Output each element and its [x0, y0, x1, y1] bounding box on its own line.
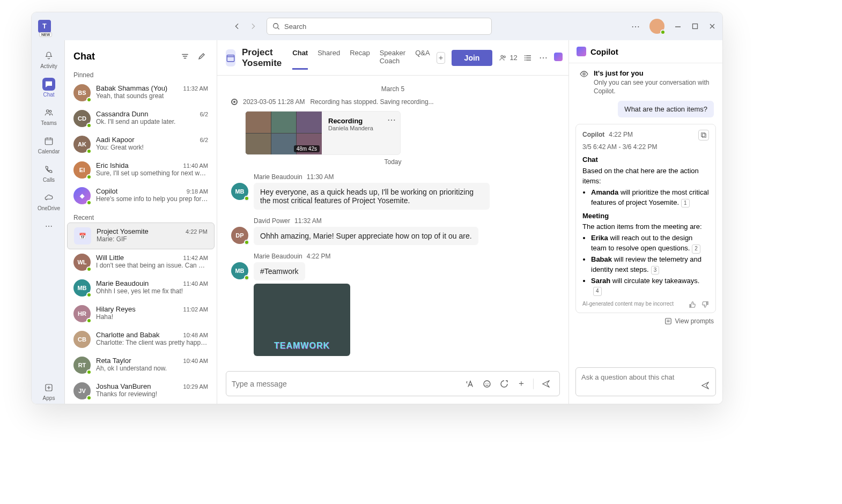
list-view-button[interactable]: [524, 54, 533, 62]
copilot-scroll[interactable]: It's just for you Only you can see your …: [569, 63, 722, 364]
copilot-input[interactable]: [581, 373, 696, 381]
chat-item-time: 11:40 AM: [183, 280, 208, 287]
chat-list-item[interactable]: BSBabak Shammas (You)11:32 AMYeah, that …: [67, 80, 215, 106]
reference-badge[interactable]: 1: [681, 199, 690, 208]
message-author: David Power: [254, 217, 290, 225]
chat-item-name: Charlotte and Babak: [96, 331, 160, 339]
close-button[interactable]: [708, 23, 716, 30]
chat-list-item[interactable]: MBMarie Beaudouin11:40 AMOhhh I see, yes…: [67, 275, 215, 301]
format-button[interactable]: [462, 377, 477, 390]
rail-calendar[interactable]: Calendar: [32, 131, 65, 157]
section-recent: Recent: [65, 211, 217, 223]
chat-list-item[interactable]: WLWill Little11:42 AMI don't see that be…: [67, 249, 215, 275]
actions-button[interactable]: ＋: [514, 376, 529, 391]
emoji-button[interactable]: [479, 377, 494, 390]
back-button[interactable]: [233, 23, 241, 30]
chat-item-name: Aadi Kapoor: [96, 136, 135, 144]
message-author: Marie Beaudouin: [254, 173, 302, 181]
participants-button[interactable]: 12: [499, 54, 517, 62]
message-scroll[interactable]: March 5 2023-03-05 11:28 AM Recording ha…: [217, 76, 568, 366]
rail-calls[interactable]: Calls: [32, 159, 65, 186]
message-bubble: Ohhh amazing, Marie! Super appreciate ho…: [254, 227, 478, 245]
chat-list-item[interactable]: 📅Project Yosemite4:22 PMMarie: GIF: [67, 223, 215, 249]
rail-activity[interactable]: Activity: [32, 46, 65, 72]
chat-list-item[interactable]: CDCassandra Dunn6/2Ok. I'll send an upda…: [67, 106, 215, 131]
chat-list-item[interactable]: AKAadi Kapoor6/2You: Great work!: [67, 131, 215, 157]
loop-button[interactable]: [497, 377, 512, 390]
thumbs-down-button[interactable]: [701, 301, 709, 308]
chat-item-name: Hilary Reyes: [96, 305, 136, 313]
more-options-button[interactable]: ⋯: [539, 53, 548, 63]
svg-point-2: [47, 110, 49, 113]
settings-more-button[interactable]: ⋯: [631, 21, 640, 32]
user-prompt-bubble: What are the action items?: [618, 101, 714, 117]
teams-window: TNEW Search ⋯ Activity: [31, 12, 723, 404]
send-button[interactable]: [538, 377, 554, 391]
copilot-input-box[interactable]: [575, 367, 716, 396]
recording-more-button[interactable]: ⋯: [387, 115, 396, 125]
rail-onedrive[interactable]: OneDrive: [32, 188, 65, 214]
chat-item-name: Marie Beaudouin: [96, 279, 149, 287]
search-box[interactable]: Search: [267, 18, 492, 35]
tab-q-a[interactable]: Q&A: [415, 46, 430, 70]
tab-shared[interactable]: Shared: [317, 46, 340, 70]
chat-list-item[interactable]: HRHilary Reyes11:02 AMHaha!: [67, 301, 215, 327]
svg-point-13: [485, 383, 486, 384]
rail-apps[interactable]: Apps: [32, 377, 65, 404]
record-icon: [231, 99, 238, 105]
rail-label: Calls: [43, 177, 55, 183]
reference-badge[interactable]: 3: [651, 266, 660, 275]
reference-badge[interactable]: 4: [593, 287, 602, 296]
avatar: MB: [73, 279, 91, 297]
chat-item-time: 11:32 AM: [183, 85, 208, 92]
presence-available-icon: [86, 266, 92, 272]
reference-badge[interactable]: 2: [692, 244, 700, 254]
chat-item-time: 10:29 AM: [183, 383, 208, 390]
rail-teams[interactable]: Teams: [32, 102, 65, 129]
chat-item-time: 9:18 AM: [187, 188, 208, 195]
svg-rect-6: [227, 55, 234, 61]
tab-chat[interactable]: Chat: [292, 46, 308, 70]
copilot-toggle-button[interactable]: [554, 53, 563, 63]
join-button[interactable]: Join: [452, 50, 493, 66]
rail-chat[interactable]: Chat: [32, 74, 65, 100]
chat-list-item[interactable]: EIEric Ishida11:40 AMSure, I'll set up s…: [67, 157, 215, 183]
chat-list-item[interactable]: ◆Copilot9:18 AMHere's some info to help …: [67, 183, 215, 209]
message-bubble: Hey everyone, as a quick heads up, I'll …: [254, 183, 490, 210]
thumbs-up-button[interactable]: [689, 301, 696, 308]
presence-available-icon: [86, 318, 92, 323]
chat-item-time: 10:48 AM: [183, 332, 208, 338]
app-rail: Activity Chat Teams Calendar Calls OneDr…: [32, 40, 65, 404]
add-tab-button[interactable]: ＋: [437, 52, 445, 64]
chat-intro: Based on the chat here are the action it…: [582, 166, 709, 187]
rail-more[interactable]: ⋯: [32, 216, 65, 235]
rail-label: Activity: [40, 63, 57, 69]
filter-button[interactable]: [179, 50, 191, 62]
chat-list-title: Chat: [73, 51, 175, 62]
copilot-logo-icon: [577, 47, 586, 56]
compose-box[interactable]: ＋: [226, 371, 560, 396]
maximize-button[interactable]: [691, 23, 699, 30]
new-chat-button[interactable]: [195, 50, 208, 63]
gif-attachment[interactable]: TEAMWORK: [254, 284, 350, 356]
view-prompts-button[interactable]: View prompts: [578, 317, 714, 325]
rail-label: Chat: [43, 92, 54, 98]
copy-button[interactable]: [698, 130, 709, 140]
message-author: Marie Beaudouin: [254, 253, 302, 260]
chat-list-scroll[interactable]: BSBabak Shammas (You)11:32 AMYeah, that …: [65, 80, 217, 404]
chat-list-item[interactable]: RTReta Taylor10:40 AMAh, ok I understand…: [67, 352, 215, 378]
compose-input[interactable]: [232, 380, 460, 388]
chat-list-item[interactable]: JVJoshua VanBuren10:29 AMThanks for revi…: [67, 378, 215, 404]
tab-recap[interactable]: Recap: [350, 46, 370, 70]
tab-speaker-coach[interactable]: Speaker Coach: [380, 46, 405, 70]
recording-card[interactable]: 48m 42s Recording Daniela Mandera ⋯: [245, 111, 401, 155]
user-avatar[interactable]: [649, 19, 664, 34]
chat-icon: [42, 78, 55, 91]
forward-button[interactable]: [249, 23, 257, 30]
privacy-title: It's just for you: [594, 69, 712, 78]
chat-item-time: 4:22 PM: [186, 228, 208, 235]
copilot-send-button[interactable]: [700, 381, 710, 390]
chat-list-item[interactable]: CBCharlotte and Babak10:48 AMCharlotte: …: [67, 327, 215, 352]
minimize-button[interactable]: [674, 23, 682, 30]
chat-item-time: 6/2: [200, 137, 208, 143]
